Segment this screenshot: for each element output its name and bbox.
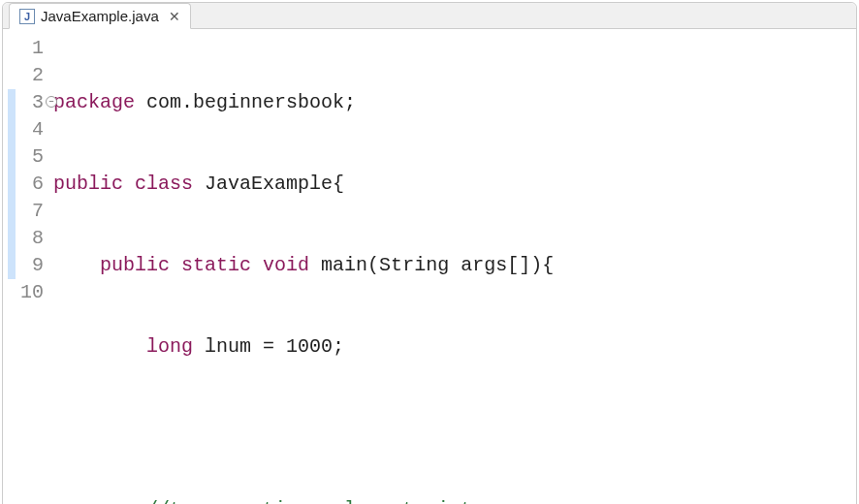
java-file-icon: J: [19, 9, 35, 24]
line-number: 8: [32, 227, 44, 249]
editor-tab-javaexample[interactable]: J JavaExample.java ✕: [9, 3, 191, 29]
line-number: 7: [32, 200, 44, 222]
line-number: 2: [32, 64, 44, 86]
line-number: 6: [32, 173, 44, 195]
line-number: 3: [32, 91, 44, 113]
line-number: 4: [32, 118, 44, 141]
editor-tab-label: JavaExample.java: [41, 8, 159, 24]
editor-pane: J JavaExample.java ✕ 1 2 3– 4 5 6 7 8 9 …: [2, 2, 857, 504]
line-gutter: 1 2 3– 4 5 6 7 8 9 10: [20, 35, 53, 504]
line-number: 10: [20, 281, 44, 303]
marker-bar: [3, 35, 20, 504]
code-text[interactable]: package com.beginnersbook; public class …: [53, 35, 856, 504]
line-number: 5: [32, 145, 44, 168]
line-number: 1: [32, 37, 44, 59]
fold-icon[interactable]: –: [46, 96, 57, 108]
line-number: 9: [32, 254, 44, 276]
editor-tabbar: J JavaExample.java ✕: [3, 3, 856, 29]
code-area[interactable]: 1 2 3– 4 5 6 7 8 9 10 package com.beginn…: [3, 29, 856, 504]
close-icon[interactable]: ✕: [165, 9, 180, 24]
